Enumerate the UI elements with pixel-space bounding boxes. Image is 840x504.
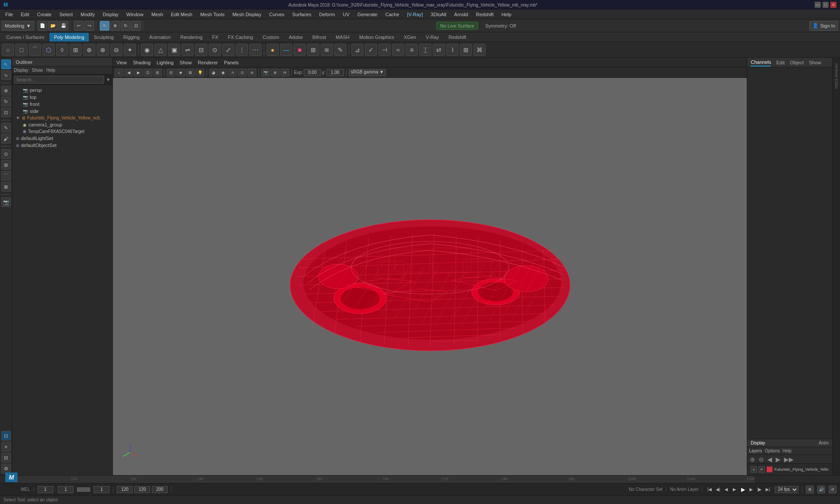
- tab-rendering[interactable]: Rendering: [176, 33, 207, 42]
- layer-add-btn[interactable]: ⊕: [749, 456, 756, 463]
- menu-window[interactable]: Window: [123, 11, 147, 18]
- move-tool[interactable]: ⊕: [1, 86, 11, 95]
- vt-show[interactable]: Show: [178, 60, 194, 65]
- pb-next-frame[interactable]: ▶: [748, 486, 755, 493]
- vp-motion-blur-btn[interactable]: ≋: [248, 69, 256, 77]
- tab-curves-surfaces[interactable]: Curves / Surfaces: [2, 33, 49, 42]
- shelf-icon-bridge[interactable]: ⊞: [70, 44, 82, 56]
- menu-help[interactable]: Help: [498, 11, 515, 18]
- layer-sub-layers[interactable]: Layers: [749, 448, 762, 453]
- pb-prev-frame[interactable]: ◀: [723, 486, 730, 493]
- shelf-icon-harden[interactable]: ≡: [406, 44, 418, 56]
- move-btn[interactable]: ⊕: [110, 21, 120, 31]
- layer-sub-options[interactable]: Options: [765, 448, 780, 453]
- layer-editor-toggle[interactable]: ≡: [1, 442, 11, 452]
- vp-home-btn[interactable]: ⌂: [115, 69, 123, 77]
- sculpt-tool[interactable]: ✎: [1, 123, 11, 133]
- menu-deform[interactable]: Deform: [315, 11, 338, 18]
- ol-menu-display[interactable]: Display: [14, 68, 28, 73]
- vp-next-btn[interactable]: ▶: [134, 69, 143, 77]
- menu-surfaces[interactable]: Surfaces: [289, 11, 315, 18]
- pb-play-forward[interactable]: ▶: [739, 486, 746, 493]
- menu-redshift[interactable]: Redshift: [472, 11, 497, 18]
- ol-menu-help[interactable]: Help: [46, 68, 56, 73]
- vp-all-btn[interactable]: ⊞: [153, 69, 162, 77]
- shelf-icon-conform[interactable]: ⊣: [378, 44, 391, 56]
- playback-settings[interactable]: ⚙: [806, 486, 814, 494]
- tab-mash[interactable]: MASH: [331, 33, 354, 42]
- layer-del-btn[interactable]: ⊖: [758, 456, 765, 463]
- shelf-icon-cube[interactable]: □: [15, 44, 28, 56]
- menu-cache[interactable]: Cache: [382, 11, 403, 18]
- vp-isolate-btn[interactable]: ⊕: [271, 69, 280, 77]
- menu-uv[interactable]: UV: [340, 11, 353, 18]
- menu-mesh-display[interactable]: Mesh Display: [229, 11, 265, 18]
- vp-solid-btn[interactable]: ■: [176, 69, 185, 77]
- menu-create[interactable]: Create: [34, 11, 55, 18]
- shelf-icon-deform[interactable]: ⌇: [446, 44, 458, 56]
- layer-tab-display[interactable]: Display: [751, 441, 765, 445]
- 3d-viewport[interactable]: persp X Y Z: [113, 78, 747, 475]
- vp-wireframe-btn[interactable]: ⊟: [167, 69, 175, 77]
- snap-view[interactable]: ⊠: [1, 182, 11, 192]
- fps-dropdown[interactable]: 24 fps: [775, 486, 798, 493]
- menu-3dtoall[interactable]: 3DtoAll: [427, 11, 450, 18]
- layer-visible-btn[interactable]: V: [751, 466, 757, 472]
- ol-menu-show[interactable]: Show: [32, 68, 43, 73]
- pb-beginning[interactable]: |◀: [706, 486, 713, 493]
- tab-edit[interactable]: Edit: [776, 59, 784, 66]
- shelf-icon-sphere[interactable]: ○: [2, 44, 14, 56]
- menu-modify[interactable]: Modify: [77, 11, 98, 18]
- pb-prev-key[interactable]: ◀|: [714, 486, 721, 493]
- shelf-icon-boolean[interactable]: ⊗: [97, 44, 109, 56]
- shelf-icon-wrap[interactable]: ⌘: [473, 44, 486, 56]
- tab-fx-caching[interactable]: FX Caching: [224, 33, 257, 42]
- shelf-icon-soft-select[interactable]: ≋: [321, 44, 333, 56]
- shelf-icon-triangulate[interactable]: △: [154, 44, 167, 56]
- outliner-item-temp-cam[interactable]: ⊕ TempCamF8XASC046Target: [12, 128, 112, 135]
- shelf-icon-target-weld[interactable]: ⊙: [209, 44, 221, 56]
- menu-display[interactable]: Display: [99, 11, 122, 18]
- layer-prev-btn[interactable]: ◀: [766, 456, 773, 463]
- new-btn[interactable]: 📄: [38, 21, 47, 31]
- layer-sub-help[interactable]: Help: [782, 448, 791, 453]
- lasso-tool[interactable]: ∿: [1, 70, 11, 80]
- menu-arnold[interactable]: Arnold: [451, 11, 472, 18]
- snap-point[interactable]: ⊙: [1, 149, 11, 159]
- vt-renderer[interactable]: Renderer: [196, 60, 220, 65]
- max-time[interactable]: [152, 486, 168, 493]
- outliner-item-light-set[interactable]: ⊗ defaultLightSet: [12, 135, 112, 142]
- mode-dropdown[interactable]: Modeling ▼: [2, 21, 34, 31]
- menu-edit[interactable]: Edit: [18, 11, 33, 18]
- tab-poly-modeling[interactable]: Poly Modeling: [49, 33, 88, 42]
- shelf-icon-loopcut[interactable]: ⋮: [236, 44, 248, 56]
- shelf-icon-uv[interactable]: ⊞: [307, 44, 319, 56]
- tab-fx[interactable]: FX: [208, 33, 223, 42]
- tab-custom[interactable]: Custom: [258, 33, 284, 42]
- shelf-icon-smooth[interactable]: ◉: [141, 44, 153, 56]
- vt-view[interactable]: View: [115, 60, 129, 65]
- menu-file[interactable]: File: [2, 11, 17, 18]
- tab-object[interactable]: Object: [790, 59, 804, 66]
- timeline-ruler[interactable]: 1 10 20 30 40 50 60 70 80 90 100 110 120: [12, 476, 755, 483]
- pb-play-back[interactable]: ▶: [731, 486, 738, 493]
- shelf-icon-reduce[interactable]: ⊿: [351, 44, 364, 56]
- outliner-item-side[interactable]: 📷 side: [12, 108, 112, 115]
- frame-input[interactable]: [38, 486, 53, 493]
- scale-btn[interactable]: ⊡: [131, 21, 141, 31]
- shelf-icon-combine[interactable]: ⊕: [83, 44, 95, 56]
- vp-hud-btn[interactable]: H: [280, 69, 289, 77]
- close-btn[interactable]: ✕: [830, 2, 836, 8]
- tab-xgen[interactable]: XGen: [399, 33, 420, 42]
- gamma-dropdown[interactable]: sRGB gamma ▼: [349, 69, 386, 76]
- search-input[interactable]: [14, 76, 104, 84]
- vp-texture-btn[interactable]: ⊠: [186, 69, 195, 77]
- layer-next-btn[interactable]: ▶: [775, 456, 781, 463]
- exposure-input[interactable]: [304, 69, 321, 76]
- tab-bifrost[interactable]: Bifrost: [308, 33, 330, 42]
- layer-last-btn[interactable]: ▶▶: [783, 456, 794, 463]
- tab-animation[interactable]: Animation: [145, 33, 175, 42]
- save-btn[interactable]: 💾: [59, 21, 68, 31]
- shelf-icon-extrude[interactable]: ⬡: [42, 44, 55, 56]
- select-btn[interactable]: ↖: [100, 21, 109, 31]
